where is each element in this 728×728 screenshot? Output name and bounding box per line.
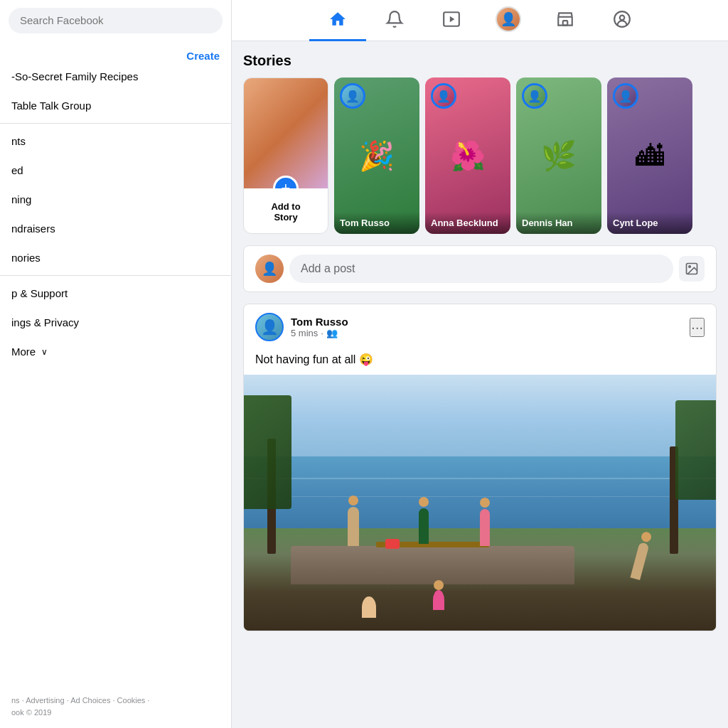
profile-avatar: 👤 — [496, 6, 521, 32]
post-author-avatar: 👤 — [255, 313, 284, 341]
chevron-down-icon: ∨ — [41, 347, 48, 357]
story-name-cynthia: Cynt Lope — [613, 218, 687, 228]
stories-title: Stories — [243, 53, 717, 69]
story-avatar-dennis: 👤 — [522, 83, 547, 109]
sidebar-divider-2 — [0, 275, 231, 276]
add-story-card[interactable]: + Add toStory — [243, 77, 328, 234]
footer-links: ns · Advertising · Ad Choices · Cookies … — [11, 695, 220, 707]
sidebar-items: -So-Secret Family Recipes Table Talk Gro… — [0, 62, 231, 686]
post-separator: · — [321, 328, 323, 338]
svg-rect-2 — [563, 21, 568, 25]
story-name-dennis: Dennis Han — [522, 218, 596, 228]
more-label: More — [11, 346, 36, 358]
sidebar-item-settings-privacy[interactable]: ings & Privacy — [0, 308, 231, 337]
nav-profile[interactable]: 👤 — [480, 0, 537, 41]
story-overlay-cynthia: Cynt Lope — [607, 212, 692, 234]
play-icon — [442, 10, 461, 28]
sidebar-item-saved[interactable]: ed — [0, 156, 231, 185]
figure-1 — [348, 507, 359, 546]
sidebar-item-fundraisers[interactable]: ndraisers — [0, 214, 231, 243]
nav-marketplace[interactable] — [537, 0, 594, 41]
sidebar-divider — [0, 123, 231, 124]
story-overlay-dennis: Dennis Han — [516, 212, 601, 234]
nav-icons: 👤 — [232, 0, 728, 41]
nav-watch[interactable] — [423, 0, 480, 41]
post-image — [244, 375, 716, 631]
add-story-label: Add toStory — [271, 201, 300, 223]
post-meta: 5 mins · 👥 — [291, 328, 682, 338]
tree-right-foliage — [675, 400, 716, 500]
sidebar-more-button[interactable]: More ∨ — [0, 337, 231, 366]
story-overlay-tom: Tom Russo — [334, 212, 419, 234]
add-photo-button[interactable] — [679, 256, 705, 282]
red-bag — [385, 539, 400, 549]
story-card-anna-becklund[interactable]: 🌺 👤 Anna Becklund — [425, 77, 510, 234]
post-box-avatar: 👤 — [255, 255, 284, 283]
post-box: 👤 Add a post — [243, 245, 717, 292]
post-header: 👤 Tom Russo 5 mins · 👥 ··· — [244, 304, 716, 350]
story-card-dennis-han[interactable]: 🌿 👤 Dennis Han — [516, 77, 601, 234]
top-navigation: 👤 — [0, 0, 728, 41]
svg-marker-1 — [450, 16, 455, 23]
lake-scene — [244, 375, 716, 631]
story-avatar-cynthia: 👤 — [613, 83, 638, 109]
main-content: Stories + Add toStory 🎉 👤 — [232, 41, 728, 728]
add-post-button[interactable]: Add a post — [289, 255, 673, 283]
nav-home[interactable] — [309, 0, 366, 41]
search-input[interactable] — [9, 8, 223, 33]
story-card-cynthia-lopez[interactable]: 🏙 👤 Cynt Lope — [607, 77, 692, 234]
story-overlay-anna: Anna Becklund — [425, 212, 510, 234]
figure-6 — [433, 590, 444, 610]
footer-copyright: ook © 2019 — [11, 707, 220, 719]
tree-left-foliage — [244, 395, 291, 509]
audience-icon: 👥 — [326, 328, 338, 338]
add-story-top: + — [244, 78, 328, 188]
search-area — [0, 0, 232, 41]
groups-icon — [613, 10, 631, 28]
marketplace-icon — [556, 10, 574, 28]
post-time: 5 mins — [291, 328, 318, 338]
figure-2 — [419, 508, 429, 544]
sidebar-header: Create — [0, 41, 231, 62]
sidebar-item-table-talk[interactable]: Table Talk Group — [0, 91, 231, 120]
post-author-name: Tom Russo — [291, 316, 682, 328]
svg-point-4 — [620, 16, 625, 20]
sidebar-item-family-recipes[interactable]: -So-Secret Family Recipes — [0, 62, 231, 91]
bell-icon — [385, 10, 404, 28]
rock-ledge — [291, 546, 574, 584]
post-more-button[interactable]: ··· — [690, 318, 705, 337]
post-author-info: Tom Russo 5 mins · 👥 — [291, 316, 682, 338]
home-icon — [328, 10, 347, 28]
add-story-bottom: Add toStory — [244, 188, 328, 234]
figure-5 — [362, 596, 376, 618]
post-text: Not having fun at all 😜 — [244, 350, 716, 375]
main-layout: Create -So-Secret Family Recipes Table T… — [0, 41, 728, 728]
create-button[interactable]: Create — [186, 50, 220, 62]
sidebar: Create -So-Secret Family Recipes Table T… — [0, 41, 232, 728]
sidebar-footer: ns · Advertising · Ad Choices · Cookies … — [0, 686, 231, 728]
svg-point-6 — [689, 266, 691, 268]
photo-icon — [685, 262, 699, 276]
story-card-tom-russo[interactable]: 🎉 👤 Tom Russo — [334, 77, 419, 234]
story-name-anna: Anna Becklund — [431, 218, 505, 228]
story-avatar-anna: 👤 — [431, 83, 456, 109]
add-story-plus-icon: + — [273, 176, 299, 188]
sidebar-item-events[interactable]: nts — [0, 127, 231, 156]
nav-notifications[interactable] — [366, 0, 423, 41]
sidebar-item-memories[interactable]: nories — [0, 243, 231, 272]
figure-4 — [631, 542, 650, 580]
sidebar-item-help-support[interactable]: p & Support — [0, 279, 231, 308]
story-avatar-tom: 👤 — [340, 83, 365, 109]
feed-post: 👤 Tom Russo 5 mins · 👥 ··· Not having fu… — [243, 304, 717, 631]
nav-groups[interactable] — [594, 0, 651, 41]
figure-3 — [480, 509, 490, 546]
stories-row: + Add toStory 🎉 👤 Tom Russo — [243, 77, 717, 234]
sky — [244, 375, 716, 464]
sidebar-item-gaming[interactable]: ning — [0, 185, 231, 214]
story-name-tom: Tom Russo — [340, 218, 414, 228]
stories-section: Stories + Add toStory 🎉 👤 — [243, 53, 717, 234]
